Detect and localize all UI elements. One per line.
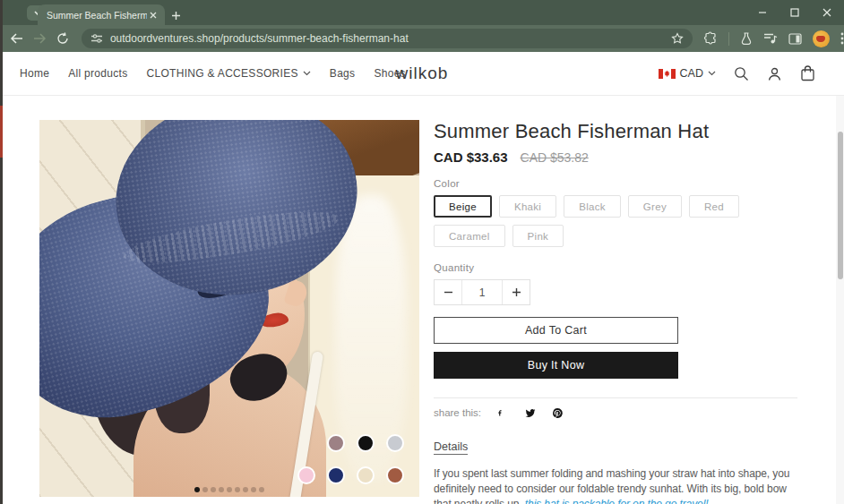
- carousel-dot[interactable]: [194, 487, 200, 492]
- url-bar[interactable]: outdoordventures.shop/products/summer-be…: [82, 29, 693, 48]
- nav-item-shoes[interactable]: Shoes: [374, 67, 406, 80]
- search-icon[interactable]: [733, 65, 749, 81]
- quantity-input[interactable]: [461, 280, 503, 304]
- tab-title: Summer Beach Fisherman Hat: [47, 10, 147, 21]
- tab-close-icon[interactable]: [147, 9, 159, 21]
- section-divider: [434, 397, 797, 398]
- browser-window: Summer Beach Fisherman Hat: [0, 0, 844, 504]
- product-details: Summer Beach Fisherman Hat CAD $33.63 CA…: [434, 120, 797, 504]
- close-window-button[interactable]: [817, 4, 837, 21]
- color-option-caramel[interactable]: Caramel: [434, 225, 505, 247]
- carousel-dot[interactable]: [227, 487, 232, 492]
- compare-at-price: CAD $53.82: [521, 150, 589, 165]
- twitter-share-icon[interactable]: [524, 406, 537, 419]
- site-header: HomeAll productsCLOTHING & ACCESSORIESBa…: [0, 52, 844, 96]
- carousel-dot[interactable]: [243, 487, 248, 492]
- site-info-icon[interactable]: [90, 33, 103, 44]
- nav-item-clothing-accessories[interactable]: CLOTHING & ACCESSORIES: [147, 67, 311, 80]
- currency-selector[interactable]: CAD: [659, 67, 716, 80]
- quantity-increase-button[interactable]: [503, 280, 530, 304]
- toolbar-separator: [728, 32, 729, 46]
- photo-color-swatch[interactable]: [327, 466, 345, 484]
- cart-bag-icon[interactable]: [799, 65, 815, 81]
- product-title: Summer Beach Fisherman Hat: [434, 120, 797, 143]
- color-option-beige[interactable]: Beige: [434, 195, 492, 218]
- details-tab[interactable]: Details: [434, 440, 468, 455]
- description-link[interactable]: this hat is packable for on the go trave…: [525, 498, 709, 504]
- nav-item-all-products[interactable]: All products: [68, 67, 127, 80]
- bookmark-star-icon[interactable]: [671, 32, 684, 45]
- scrollbar-track[interactable]: [836, 96, 844, 504]
- photo-color-swatch[interactable]: [357, 466, 375, 484]
- minimize-button[interactable]: [753, 4, 772, 21]
- nav-item-bags[interactable]: Bags: [330, 67, 356, 80]
- photo-color-swatch[interactable]: [386, 434, 404, 452]
- browser-tab-strip: Summer Beach Fisherman Hat: [0, 0, 844, 25]
- carousel-dot[interactable]: [235, 487, 240, 492]
- adjacent-window-edge: [0, 0, 3, 504]
- facebook-share-icon[interactable]: [496, 406, 509, 419]
- carousel-dot[interactable]: [202, 487, 208, 492]
- carousel-dot[interactable]: [259, 487, 264, 492]
- photo-color-swatch[interactable]: [386, 466, 404, 484]
- browser-toolbar: outdoordventures.shop/products/summer-be…: [0, 25, 844, 52]
- maximize-button[interactable]: [785, 4, 805, 21]
- color-option-pink[interactable]: Pink: [512, 225, 564, 247]
- url-text: outdoordventures.shop/products/summer-be…: [110, 32, 671, 45]
- carousel-dot[interactable]: [211, 487, 216, 492]
- media-controls-icon[interactable]: [763, 32, 778, 45]
- quantity-stepper: [434, 279, 530, 305]
- product-price: CAD $33.63: [434, 149, 508, 165]
- side-panel-icon[interactable]: [788, 33, 802, 45]
- color-option-grey[interactable]: Grey: [628, 195, 682, 218]
- nav-item-home[interactable]: Home: [20, 67, 49, 80]
- extensions-icon[interactable]: [703, 31, 718, 46]
- account-icon[interactable]: [766, 65, 782, 81]
- forward-button[interactable]: [29, 27, 52, 50]
- product-description: If you spent last summer folding and mas…: [434, 466, 797, 504]
- share-label: share this:: [434, 407, 481, 418]
- new-tab-button[interactable]: [167, 6, 185, 24]
- chevron-down-icon: [708, 71, 716, 76]
- reload-button[interactable]: [51, 27, 74, 50]
- buy-it-now-button[interactable]: Buy It Now: [434, 352, 678, 379]
- flask-extension-icon[interactable]: [740, 32, 753, 46]
- add-to-cart-button[interactable]: Add To Cart: [434, 317, 678, 344]
- browser-tab[interactable]: Summer Beach Fisherman Hat: [38, 4, 165, 25]
- photo-color-swatch[interactable]: [297, 466, 315, 484]
- color-option-khaki[interactable]: Khaki: [499, 195, 556, 218]
- photo-color-swatch[interactable]: [327, 434, 345, 452]
- quantity-label: Quantity: [434, 262, 797, 273]
- carousel-dots: [194, 487, 264, 492]
- canada-flag-icon: [659, 69, 676, 79]
- carousel-dot[interactable]: [251, 487, 256, 492]
- photo-color-swatch[interactable]: [357, 434, 375, 452]
- back-button[interactable]: [5, 27, 29, 50]
- quantity-decrease-button[interactable]: [435, 280, 461, 304]
- profile-avatar[interactable]: [813, 30, 830, 47]
- carousel-dot[interactable]: [219, 487, 224, 492]
- currency-label: CAD: [680, 67, 703, 80]
- color-option-black[interactable]: Black: [564, 195, 621, 218]
- product-page: Summer Beach Fisherman Hat CAD $33.63 CA…: [0, 96, 844, 504]
- product-image: [39, 120, 419, 497]
- color-options: BeigeKhakiBlackGreyRedCaramelPink: [434, 195, 774, 247]
- scrollbar-thumb[interactable]: [838, 132, 843, 279]
- color-label: Color: [434, 178, 797, 189]
- color-option-red[interactable]: Red: [689, 195, 739, 218]
- main-nav: HomeAll productsCLOTHING & ACCESSORIESBa…: [20, 52, 406, 95]
- pinterest-share-icon[interactable]: [552, 406, 564, 419]
- browser-menu-icon[interactable]: [840, 32, 844, 45]
